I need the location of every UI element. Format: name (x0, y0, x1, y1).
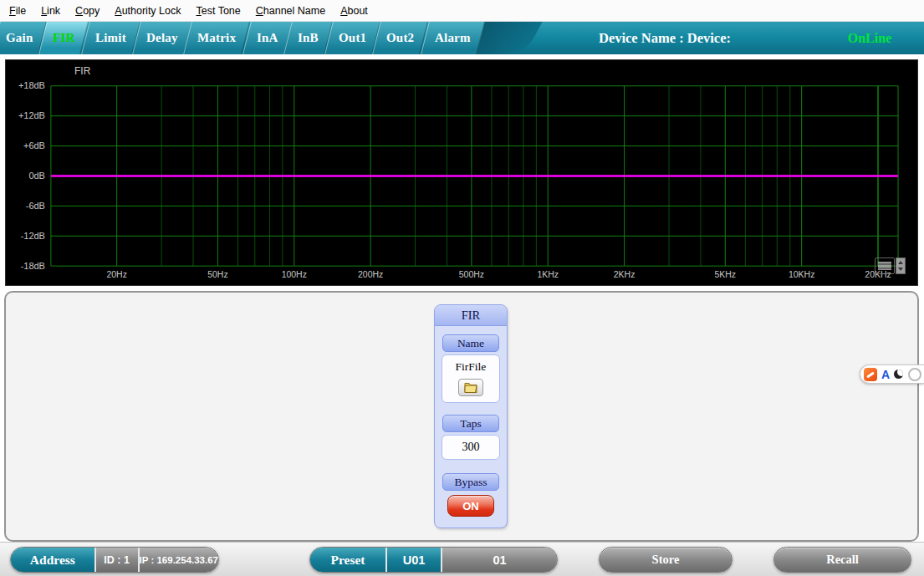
grid-icon (875, 257, 895, 274)
tab-label: Out1 (339, 31, 366, 45)
menu-about[interactable]: About (333, 5, 375, 17)
menu-copy[interactable]: Copy (68, 5, 107, 17)
tab-label: Gain (6, 31, 33, 45)
fir-group-body: Name FirFile Taps 300 Bypass ON (435, 326, 507, 517)
fir-file-box: FirFile (442, 354, 500, 403)
tab-out2[interactable]: Out2 (372, 22, 428, 54)
name-label: Name (442, 334, 499, 352)
bypass-label: Bypass (442, 473, 499, 491)
menu-test-tone[interactable]: Test Tone (189, 5, 248, 17)
svg-text:-18dB: -18dB (21, 261, 45, 271)
tab-delay[interactable]: Delay (132, 22, 191, 54)
ime-logo-icon[interactable] (864, 368, 877, 381)
svg-text:-12dB: -12dB (21, 231, 45, 241)
tab-bar: Gain FIR Limit Delay Matrix InA InB Out1… (0, 22, 924, 54)
ime-logo-stroke (866, 371, 875, 378)
menu-bar: File Link Copy Authority Lock Test Tone … (0, 0, 924, 22)
tab-label: Alarm (435, 31, 471, 45)
recall-button[interactable]: Recall (773, 547, 911, 573)
bypass-toggle-button[interactable]: ON (447, 495, 494, 517)
svg-text:10KHz: 10KHz (789, 270, 814, 279)
fir-response-chart[interactable]: +18dB+12dB+6dB0dB-6dB-12dB-18dB20Hz50Hz1… (6, 60, 917, 285)
address-button[interactable]: Address (11, 548, 94, 572)
open-file-button[interactable] (458, 379, 483, 396)
spinner-up-arrow-icon[interactable] (898, 261, 903, 264)
svg-text:+6dB: +6dB (23, 140, 45, 150)
device-id-value: ID : 1 (94, 548, 138, 572)
fir-graph-panel[interactable]: FIR +18dB+12dB+6dB0dB-6dB-12dB-18dB20Hz5… (5, 59, 918, 286)
tab-label: Out2 (386, 31, 414, 45)
tab-strip: Gain FIR Limit Delay Matrix InA InB Out1… (0, 22, 480, 54)
menu-channel-name[interactable]: Channel Name (248, 5, 333, 17)
folder-icon (464, 382, 477, 393)
svg-text:50Hz: 50Hz (207, 270, 227, 279)
graph-title: FIR (74, 65, 90, 77)
graph-overlay-control[interactable] (875, 257, 906, 274)
name-section: Name FirFile (442, 334, 500, 403)
svg-text:+18dB: +18dB (18, 80, 45, 90)
menu-link[interactable]: Link (33, 5, 68, 17)
preset-button[interactable]: Preset (310, 548, 385, 572)
svg-text:1KHz: 1KHz (537, 270, 559, 279)
fir-group-title: FIR (435, 305, 507, 326)
device-ip-value: IP : 169.254.33.67 (138, 548, 218, 572)
svg-text:+12dB: +12dB (18, 110, 45, 120)
svg-text:500Hz: 500Hz (459, 270, 484, 279)
svg-text:-6dB: -6dB (26, 201, 45, 211)
tab-limit[interactable]: Limit (81, 22, 140, 54)
svg-text:100Hz: 100Hz (282, 270, 307, 279)
address-group: Address ID : 1 IP : 169.254.33.67 (10, 547, 219, 573)
svg-text:2KHz: 2KHz (614, 270, 636, 279)
input-method-toolbar[interactable]: A (860, 364, 924, 384)
ime-partial-icon (908, 368, 921, 381)
svg-text:20Hz: 20Hz (106, 270, 126, 279)
spinner-down-arrow-icon[interactable] (898, 268, 903, 271)
taps-section: Taps 300 (442, 415, 500, 460)
settings-panel: FIR Name FirFile Taps 300 (4, 291, 919, 542)
tab-matrix[interactable]: Matrix (184, 22, 251, 54)
tab-label: Limit (95, 31, 126, 45)
tab-alarm[interactable]: Alarm (421, 22, 484, 54)
svg-text:200Hz: 200Hz (358, 270, 383, 279)
fir-file-name: FirFile (456, 360, 487, 374)
store-button[interactable]: Store (599, 547, 733, 573)
tab-label: FIR (53, 31, 74, 45)
tab-label: InB (298, 31, 319, 45)
spinner-icon[interactable] (896, 257, 906, 274)
preset-number-value[interactable]: 01 (441, 548, 557, 572)
taps-value-field[interactable]: 300 (442, 435, 500, 460)
tab-label: InA (257, 31, 278, 45)
ime-halfwidth-moon-icon[interactable] (894, 370, 903, 379)
tab-label: Matrix (197, 31, 236, 45)
device-name-label: Device Name : Device: (535, 22, 794, 54)
fir-control-group: FIR Name FirFile Taps 300 (434, 304, 508, 528)
preset-bank-value[interactable]: U01 (385, 548, 441, 572)
svg-text:5KHz: 5KHz (715, 270, 737, 279)
tab-out1[interactable]: Out1 (324, 22, 380, 54)
tab-label: Delay (146, 31, 178, 45)
preset-group: Preset U01 01 (309, 547, 558, 573)
menu-file[interactable]: File (2, 5, 33, 17)
bottom-bar: Address ID : 1 IP : 169.254.33.67 Preset… (0, 542, 924, 576)
menu-authority-lock[interactable]: Authority Lock (107, 5, 188, 17)
bypass-section: Bypass ON (442, 473, 499, 517)
taps-label: Taps (442, 415, 499, 432)
online-status-badge: OnLine (835, 22, 905, 54)
ime-language-indicator[interactable]: A (881, 368, 890, 381)
svg-text:0dB: 0dB (28, 171, 45, 181)
